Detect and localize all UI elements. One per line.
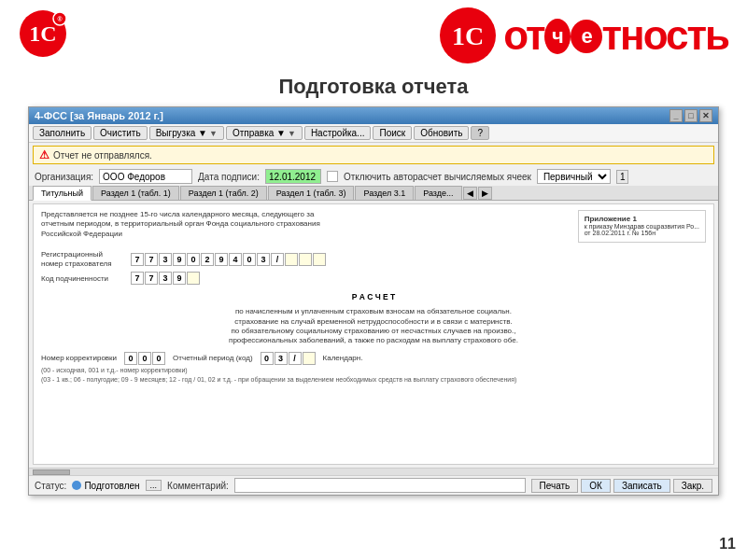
bottom-buttons: Печать ОК Записать Закр. [531,479,712,493]
note-text: Представляется не позднее 15-го числа ка… [41,210,340,239]
subcode-cell[interactable]: 7 [131,272,144,285]
reg-cell[interactable] [299,253,312,266]
reg-cell[interactable]: 9 [173,253,186,266]
window-controls: _ □ ✕ [669,109,712,122]
reg-cell[interactable]: 7 [145,253,158,266]
reg-cell[interactable]: 0 [187,253,200,266]
corr-cell[interactable]: 0 [124,352,137,365]
period-code-label: Отчетный период (код) [173,354,252,362]
minimize-button[interactable]: _ [669,109,683,122]
save-button[interactable]: Записать [613,479,670,493]
search-button[interactable]: Поиск [373,126,412,140]
corr-cells: 0 0 0 [124,352,165,365]
reg-num-label: Регистрационный номер страхователя [41,250,125,268]
period-row: Номер корректировки 0 0 0 Отчетный перио… [41,352,706,365]
svg-text:®: ® [57,16,63,22]
period-cells: 0 3 / [261,352,316,365]
status-bar: ⚠ Отчет не отправлялся. [33,146,714,164]
tab-more[interactable]: Разде... [415,186,461,200]
period-note: (03 - 1 кв.; 06 - полугодие; 09 - 9 меся… [41,376,706,384]
tabs-bar: Титульный Раздел 1 (табл. 1) Раздел 1 (т… [29,186,718,201]
date-input[interactable] [265,169,321,184]
brand-area: 1С отчетность [436,7,728,63]
doc-area: Представляется не позднее 15-го числа ка… [33,203,714,465]
subcode-cell[interactable]: 3 [159,272,172,285]
appendix-box: Приложение 1 к приказу Минздрав соцразви… [578,210,706,243]
corr-label: Номер корректировки [41,354,117,362]
ok-button[interactable]: ОК [581,479,611,493]
maximize-button[interactable]: □ [684,109,698,122]
reg-cell[interactable]: 4 [229,253,242,266]
send-button[interactable]: Отправка ▼ ▼ [226,126,303,140]
refresh-button[interactable]: Обновить [414,126,469,140]
svg-text:1С: 1С [29,21,56,46]
close-button[interactable]: ✕ [699,109,712,122]
bottom-bar: Статус: Подготовлен ... Комментарий: Печ… [29,475,718,495]
tab-nav-right[interactable]: ▶ [478,187,492,200]
reg-num-cells: 7 7 3 9 0 2 9 4 0 3 / [131,253,326,266]
reg-cell[interactable]: 3 [159,253,172,266]
help-button[interactable]: ? [471,126,489,140]
window-title: 4-ФСС [за Январь 2012 г.] [35,110,163,121]
subcode-cells: 7 7 3 9 [131,272,200,285]
checkbox[interactable] [327,171,338,182]
page-title: Подготовка отчета [0,69,747,106]
reg-cell[interactable] [313,253,326,266]
scrollbar-horizontal[interactable] [29,468,718,475]
scrollbar-thumb[interactable] [33,469,70,475]
subcode-row: Код подчиненности 7 7 3 9 [41,272,706,285]
status-btn[interactable]: ... [146,480,162,491]
period-cell[interactable]: / [289,352,302,365]
subcode-cell[interactable]: 9 [173,272,186,285]
status-value: Подготовлен [72,481,139,491]
date-label: Дата подписи: [198,172,260,182]
clear-button[interactable]: Очистить [93,126,148,140]
appendix-date: от 28.02.2011 г. № 156н [585,230,699,236]
tab-section1-1[interactable]: Раздел 1 (табл. 1) [92,186,179,200]
type-select[interactable]: Первичный [537,169,611,184]
subcode-cell[interactable] [187,272,200,285]
period-cell[interactable]: 3 [275,352,288,365]
reg-cell[interactable]: 0 [243,253,256,266]
comment-label: Комментарий: [167,481,229,491]
status-icon: ⚠ [39,148,49,161]
reg-cell[interactable]: 2 [201,253,214,266]
comment-input[interactable] [234,478,526,493]
corr-cell[interactable]: 0 [152,352,165,365]
reg-cell[interactable]: / [271,253,284,266]
settings-button[interactable]: Настройка... [304,126,372,140]
svg-text:1С: 1С [452,21,484,50]
subcode-cell[interactable]: 7 [145,272,158,285]
reg-cell[interactable]: 9 [215,253,228,266]
num-field: 1 [616,170,629,184]
brand-name: отчетность [503,12,728,59]
header: 1С ® 1С отчетность [0,0,747,69]
subcode-label: Код подчиненности [41,274,125,284]
period-cell[interactable]: 0 [261,352,274,365]
appendix-title: Приложение 1 [585,215,699,223]
reg-cell[interactable]: 7 [131,253,144,266]
corr-note: (00 - исходная, 001 и т.д.- номер коррек… [41,367,706,374]
appendix-sub: к приказу Минздрав соцразвития Ро... [585,223,699,230]
calc-desc: по начисленным и уплаченным страховым вз… [41,307,706,346]
tab-section1-3[interactable]: Раздел 1 (табл. 3) [268,186,355,200]
period-cell[interactable] [303,352,316,365]
logo-left: 1С ® [19,9,67,62]
fill-button[interactable]: Заполнить [33,126,92,140]
print-button[interactable]: Печать [531,479,579,493]
reg-num-row: Регистрационный номер страхователя 7 7 3… [41,250,706,268]
org-input[interactable] [99,169,192,184]
status-label: Статус: [35,481,66,491]
tab-section3-1[interactable]: Раздел 3.1 [355,186,414,200]
export-button[interactable]: Выгрузка ▼ ▼ [149,126,224,140]
reg-cell[interactable] [285,253,298,266]
tab-nav-left[interactable]: ◀ [463,187,477,200]
tab-section1-2[interactable]: Раздел 1 (табл. 2) [180,186,267,200]
corr-cell[interactable]: 0 [138,352,151,365]
close-window-button[interactable]: Закр. [673,479,712,493]
reg-cell[interactable]: 3 [257,253,270,266]
main-window: 4-ФСС [за Январь 2012 г.] _ □ ✕ Заполнит… [28,106,719,496]
tab-title[interactable]: Титульный [33,186,92,201]
status-text-value: Подготовлен [84,481,139,491]
slide-number: 11 [719,536,736,553]
